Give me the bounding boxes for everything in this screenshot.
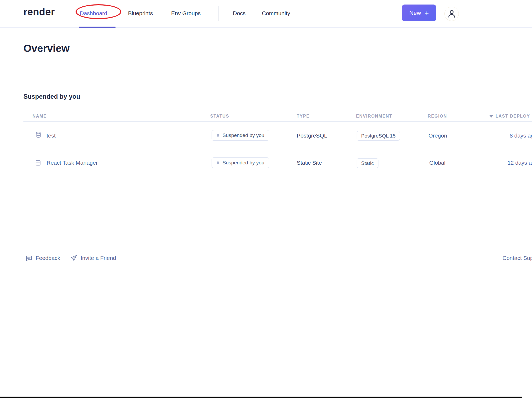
- service-name-link[interactable]: React Task Manager: [47, 160, 98, 166]
- nav-item-blueprints[interactable]: Blueprints: [128, 7, 153, 19]
- status-dot-icon: [217, 134, 219, 137]
- status-badge: Suspended by you: [212, 130, 269, 141]
- row-divider: [23, 149, 532, 149]
- nav-item-docs[interactable]: Docs: [233, 7, 246, 19]
- user-menu-button[interactable]: [444, 7, 459, 21]
- active-tab-underline: [79, 27, 116, 28]
- render-logo[interactable]: render: [23, 6, 55, 18]
- status-badge: Suspended by you: [212, 157, 269, 168]
- service-type: PostgreSQL: [297, 132, 327, 139]
- feedback-link[interactable]: Feedback: [25, 252, 60, 264]
- nav-blueprints-label: Blueprints: [128, 10, 153, 16]
- contact-support-link[interactable]: Contact Support: [502, 252, 532, 264]
- feedback-label: Feedback: [36, 255, 60, 261]
- bottom-edge-bar: [0, 397, 522, 398]
- plus-icon: +: [425, 10, 429, 16]
- top-navbar: render Dashboard Blueprints Env Groups D…: [0, 0, 532, 28]
- column-header-status[interactable]: STATUS: [210, 114, 229, 119]
- last-deploy-value: 12 days ago: [508, 160, 532, 166]
- region-value: Oregon: [428, 132, 447, 139]
- column-header-last-deploy[interactable]: LAST DEPLOY: [496, 114, 530, 119]
- paper-plane-icon: [70, 254, 77, 262]
- nav-item-env-groups[interactable]: Env Groups: [171, 7, 201, 19]
- column-header-type[interactable]: TYPE: [297, 114, 310, 119]
- invite-friend-label: Invite a Friend: [81, 255, 116, 261]
- nav-item-community[interactable]: Community: [262, 7, 290, 19]
- nav-docs-label: Docs: [233, 10, 246, 16]
- environment-badge: PostgreSQL 15: [357, 131, 400, 141]
- column-header-name[interactable]: NAME: [32, 114, 47, 119]
- new-button-label: New: [409, 10, 421, 16]
- environment-badge: Static: [357, 158, 378, 168]
- column-header-environment[interactable]: ENVIRONMENT: [356, 114, 392, 119]
- static-site-icon: [35, 159, 42, 168]
- invite-friend-link[interactable]: Invite a Friend: [70, 252, 116, 264]
- feedback-chat-icon: [25, 255, 32, 262]
- status-dot-icon: [217, 161, 219, 164]
- row-divider: [23, 177, 532, 177]
- column-header-region[interactable]: REGION: [428, 114, 447, 119]
- nav-dashboard-label: Dashboard: [80, 10, 107, 16]
- contact-support-label: Contact Support: [502, 255, 532, 261]
- nav-community-label: Community: [262, 10, 290, 16]
- service-name-link[interactable]: test: [47, 132, 56, 139]
- nav-item-dashboard[interactable]: Dashboard: [80, 7, 107, 19]
- new-button[interactable]: New +: [402, 5, 436, 21]
- nav-divider: [218, 6, 218, 21]
- nav-env-groups-label: Env Groups: [171, 10, 201, 16]
- sort-descending-icon[interactable]: [489, 115, 493, 118]
- page-title: Overview: [23, 43, 69, 54]
- section-title: Suspended by you: [23, 93, 80, 100]
- table-header-divider: [23, 121, 532, 122]
- user-avatar-icon: [446, 9, 457, 19]
- last-deploy-value: 8 days ago: [510, 132, 532, 139]
- service-type: Static Site: [297, 160, 322, 166]
- status-label: Suspended by you: [222, 132, 264, 138]
- status-label: Suspended by you: [222, 160, 264, 166]
- region-value: Global: [429, 160, 446, 166]
- database-icon: [35, 131, 42, 140]
- render-dashboard-screen: render Dashboard Blueprints Env Groups D…: [0, 0, 532, 399]
